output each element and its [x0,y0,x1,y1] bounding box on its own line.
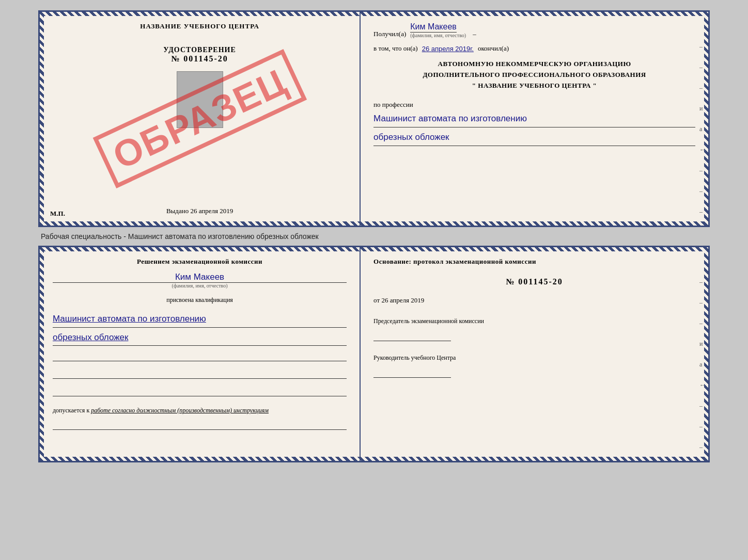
director-signature-line [373,367,451,378]
side-dashes-top: – – – и а ← – – – – [699,43,706,227]
recipient-line: Получил(а) Ким Макеев (фамилия, имя, отч… [373,22,695,38]
caption-text: Рабочая специальность - Машинист автомат… [38,232,319,241]
protocol-number: № 001145-20 [373,277,695,286]
person-name: Ким Макеев [53,272,347,283]
qualification-block: Машинист автомата по изготовлению обрезн… [53,309,347,346]
blank-line-3 [53,386,347,396]
допускается-prefix: допускается к [53,407,89,414]
protocol-date-value: 26 апреля 2019 [381,296,424,304]
допускается-block: допускается к работе согласно должностны… [53,407,347,414]
issued-date: Выдано 26 апреля 2019 [166,207,233,215]
date-line: в том, что он(а) 26 апреля 2019г. окончи… [373,44,695,53]
recipient-name: Ким Макеев [410,22,457,33]
recipient-prefix: Получил(а) [373,30,406,38]
diploma-bottom: Решением экзаменационной комиссии Ким Ма… [38,246,710,462]
diploma-left: НАЗВАНИЕ УЧЕБНОГО ЦЕНТРА УДОСТОВЕРЕНИЕ №… [40,12,361,226]
blank-lines [53,351,347,396]
basis-label: Основание: протокол экзаменационной коми… [373,258,695,266]
director-title: Руководитель учебного Центра [373,354,695,362]
diploma-top: НАЗВАНИЕ УЧЕБНОГО ЦЕНТРА УДОСТОВЕРЕНИЕ №… [38,10,710,227]
org-line1: АВТОНОМНУЮ НЕКОММЕРЧЕСКУЮ ОРГАНИЗАЦИЮ [373,59,695,70]
cert-number-box: УДОСТОВЕРЕНИЕ № 001145-20 [163,46,236,63]
org-line3: " НАЗВАНИЕ УЧЕБНОГО ЦЕНТРА " [373,81,695,91]
issued-label: Выдано [166,207,189,215]
chairman-signature-line [373,331,451,341]
document-container: НАЗВАНИЕ УЧЕБНОГО ЦЕНТРА УДОСТОВЕРЕНИЕ №… [38,10,710,462]
school-name-top: НАЗВАНИЕ УЧЕБНОГО ЦЕНТРА [140,22,259,30]
profession-line2: обрезных обложек [373,130,695,146]
profession-label: по профессии [373,101,413,108]
org-block: АВТОНОМНУЮ НЕКОММЕРЧЕСКУЮ ОРГАНИЗАЦИЮ ДО… [373,59,695,91]
protocol-date-prefix: от [373,296,380,304]
diploma-bottom-right: Основание: протокол экзаменационной коми… [361,247,708,461]
person-name-block: Ким Макеев (фамилия, имя, отчество) [53,271,347,289]
fio-hint: (фамилия, имя, отчество) [410,33,466,38]
profession-line1: Машинист автомата по изготовлению [373,111,695,127]
blank-line-1 [53,351,347,361]
date-value: 26 апреля 2019г. [422,45,474,53]
dash-after-name: – [473,30,476,38]
director-block: Руководитель учебного Центра [373,354,695,378]
diploma-right: Получил(а) Ким Макеев (фамилия, имя, отч… [361,12,708,226]
date-suffix: окончил(а) [478,44,509,53]
допускается-line [53,420,347,430]
blank-line-2 [53,369,347,379]
chairman-title: Председатель экзаменационной комиссии [373,317,695,326]
side-dashes-bottom: – – – и а ← – – – – [699,278,706,462]
commission-text: Решением экзаменационной комиссии [53,258,347,266]
fio-hint-bottom: (фамилия, имя, отчество) [53,283,347,289]
mp-label: М.П. [50,210,65,218]
qualification-line1: Машинист автомата по изготовлению [53,311,347,328]
diploma-bottom-left: Решением экзаменационной комиссии Ким Ма… [40,247,361,461]
issued-date-value: 26 апреля 2019 [190,207,233,215]
chairman-block: Председатель экзаменационной комиссии [373,317,695,341]
date-prefix: в том, что он(а) [373,44,418,53]
photo-placeholder [177,71,223,128]
protocol-date: от 26 апреля 2019 [373,296,695,305]
profession-block: по профессии Машинист автомата по изгото… [373,100,695,146]
допускается-text: работе согласно должностным (производств… [91,407,269,414]
cert-label: УДОСТОВЕРЕНИЕ [163,46,236,54]
qualification-label: присвоена квалификация [53,296,347,304]
qualification-line2: обрезных обложек [53,330,347,346]
org-line2: ДОПОЛНИТЕЛЬНОГО ПРОФЕССИОНАЛЬНОГО ОБРАЗО… [373,70,695,81]
cert-number: № 001145-20 [171,54,228,63]
